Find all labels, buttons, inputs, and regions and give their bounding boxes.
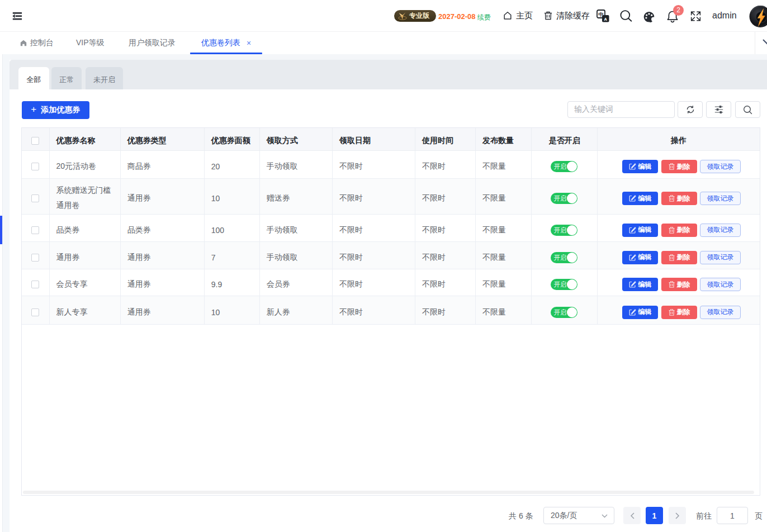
- svg-text:A: A: [604, 16, 607, 21]
